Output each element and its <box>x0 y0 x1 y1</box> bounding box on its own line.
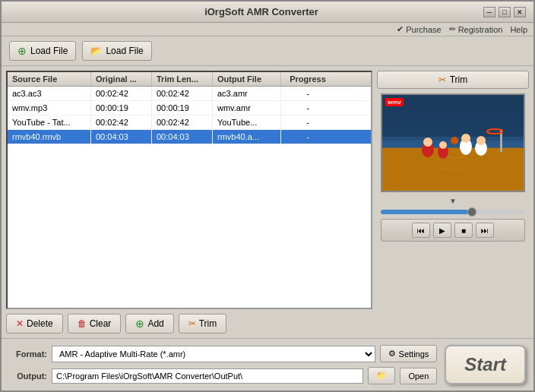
row-original: 00:04:03 <box>91 130 152 144</box>
table-row[interactable]: ac3.ac3 00:02:42 00:02:42 ac3.amr - <box>8 87 371 101</box>
scene-svg <box>382 95 524 191</box>
table-header: Source File Original ... Trim Len... Out… <box>8 72 371 87</box>
minimize-button[interactable]: ─ <box>483 7 495 17</box>
add-icon: ⊕ <box>135 318 144 330</box>
row-original: 00:02:42 <box>91 87 152 100</box>
output-path-input[interactable] <box>52 368 363 384</box>
bottom-left: Format: AMR - Adaptive Multi-Rate (*.amr… <box>9 345 437 384</box>
title-bar: iOrgSoft AMR Converter ─ □ ✕ <box>2 2 533 23</box>
svg-point-7 <box>461 134 470 143</box>
registration-icon: ✏ <box>449 24 456 34</box>
left-panel: Source File Original ... Trim Len... Out… <box>6 71 372 334</box>
close-button[interactable]: ✕ <box>514 7 526 17</box>
purchase-icon: ✔ <box>397 24 404 34</box>
col-header-output: Output File <box>213 72 281 86</box>
action-bar: ✕ Delete 🗑 Clear ⊕ Add ✂ Trim <box>6 314 372 334</box>
row-output: ac3.amr <box>213 87 281 100</box>
svg-rect-0 <box>382 95 524 141</box>
col-header-original: Original ... <box>91 72 152 86</box>
scrubber-arrow: ▼ <box>449 197 457 205</box>
row-trim: 00:02:42 <box>152 87 213 100</box>
table-row[interactable]: wmv.mp3 00:00:19 00:00:19 wmv.amr - <box>8 101 371 115</box>
open-folder-button[interactable]: 📁 <box>368 367 395 384</box>
format-row: Format: AMR - Adaptive Multi-Rate (*.amr… <box>9 345 437 362</box>
trim-action-icon: ✂ <box>188 318 196 329</box>
col-header-trim: Trim Len... <box>152 72 213 86</box>
purchase-menu-item[interactable]: ✔ Purchase <box>397 24 441 34</box>
trim-label: Trim <box>450 74 468 85</box>
main-content: Source File Original ... Trim Len... Out… <box>2 66 533 338</box>
load-file-label-1: Load File <box>30 46 68 56</box>
row-progress: - <box>281 130 334 144</box>
col-header-progress: Progress <box>281 72 334 86</box>
row-output: wmv.amr <box>213 101 281 115</box>
delete-icon: ✕ <box>16 318 24 329</box>
scrubber-thumb[interactable] <box>467 207 476 217</box>
row-original: 00:02:42 <box>91 115 152 129</box>
trim-icon: ✂ <box>438 74 446 85</box>
table-body: ac3.ac3 00:02:42 00:02:42 ac3.amr - wmv.… <box>8 87 371 144</box>
clear-button[interactable]: 🗑 Clear <box>68 314 122 334</box>
fast-forward-button[interactable]: ⏭ <box>476 223 494 238</box>
start-button[interactable]: Start <box>445 345 526 384</box>
help-menu-item[interactable]: Help <box>510 24 527 34</box>
row-trim: 00:00:19 <box>152 101 213 115</box>
trim-action-button[interactable]: ✂ Trim <box>179 314 227 334</box>
scrubber-bar[interactable] <box>381 210 525 214</box>
trim-action-label: Trim <box>199 318 217 329</box>
load-file-button-2[interactable]: 📂 Load File <box>82 41 151 61</box>
settings-button[interactable]: ⚙ Settings <box>380 345 438 362</box>
main-window: iOrgSoft AMR Converter ─ □ ✕ ✔ Purchase … <box>0 0 535 392</box>
wmv-badge: wmv <box>385 98 404 106</box>
settings-icon: ⚙ <box>388 349 396 359</box>
row-source: YouTube - Tat... <box>8 115 91 129</box>
delete-label: Delete <box>27 318 53 329</box>
registration-menu-item[interactable]: ✏ Registration <box>449 24 503 34</box>
svg-point-11 <box>476 136 486 145</box>
format-select[interactable]: AMR - Adaptive Multi-Rate (*.amr) <box>52 346 375 362</box>
load-file-label-2: Load File <box>106 46 143 56</box>
col-header-source: Source File <box>8 72 91 86</box>
row-progress: - <box>281 115 334 129</box>
stop-button[interactable]: ■ <box>454 223 473 238</box>
menu-bar: ✔ Purchase ✏ Registration Help <box>2 23 533 36</box>
rewind-button[interactable]: ⏮ <box>412 223 430 238</box>
add-button[interactable]: ⊕ Add <box>125 314 173 334</box>
row-trim: 00:04:03 <box>152 130 213 144</box>
row-source: wmv.mp3 <box>8 101 91 115</box>
svg-point-9 <box>439 141 447 149</box>
load-file-button-1[interactable]: ⊕ Load File <box>9 41 76 61</box>
row-progress: - <box>281 101 334 115</box>
clear-icon: 🗑 <box>78 318 87 329</box>
toolbar: ⊕ Load File 📂 Load File <box>2 36 533 66</box>
basketball-scene: wmv <box>382 95 524 191</box>
start-label: Start <box>464 354 506 375</box>
row-original: 00:00:19 <box>91 101 152 115</box>
settings-label: Settings <box>399 349 429 359</box>
purchase-label: Purchase <box>406 25 441 34</box>
output-label: Output: <box>9 371 47 381</box>
scrubber-track[interactable] <box>381 210 525 214</box>
bottom-panel: Format: AMR - Adaptive Multi-Rate (*.amr… <box>2 338 533 390</box>
load-icon-2: 📂 <box>90 46 102 56</box>
table-row[interactable]: YouTube - Tat... 00:02:42 00:02:42 YouTu… <box>8 115 371 130</box>
open-button[interactable]: Open <box>400 368 437 384</box>
row-source: rmvb40.rmvb <box>8 130 91 144</box>
table-row[interactable]: rmvb40.rmvb 00:04:03 00:04:03 rmvb40.a..… <box>8 130 371 144</box>
window-title: iOrgSoft AMR Converter <box>40 6 483 17</box>
delete-button[interactable]: ✕ Delete <box>6 314 63 334</box>
registration-label: Registration <box>458 25 503 34</box>
play-button[interactable]: ▶ <box>433 223 451 238</box>
load-icon-1: ⊕ <box>17 45 27 57</box>
trim-button[interactable]: ✂ Trim <box>377 71 529 89</box>
file-table: Source File Original ... Trim Len... Out… <box>6 71 372 309</box>
playback-controls: ⏮ ▶ ■ ⏭ <box>381 219 525 242</box>
maximize-button[interactable]: □ <box>499 7 511 17</box>
row-source: ac3.ac3 <box>8 87 91 100</box>
row-output: YouTube... <box>213 115 281 129</box>
add-label: Add <box>147 318 163 329</box>
bottom-controls: Format: AMR - Adaptive Multi-Rate (*.amr… <box>9 345 526 384</box>
folder-icon: 📁 <box>376 371 387 380</box>
help-label: Help <box>510 25 527 34</box>
svg-point-5 <box>423 138 432 147</box>
